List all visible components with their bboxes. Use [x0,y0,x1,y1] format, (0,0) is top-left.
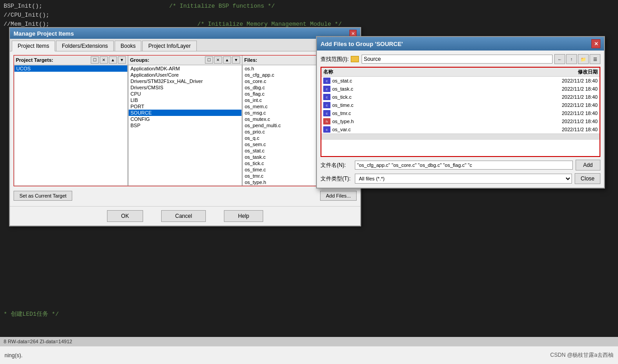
manage-dialog-title: Manage Project Items [14,30,74,37]
horizontal-scrollbar[interactable] [321,134,599,140]
project-targets-column: Project Targets: ☐ ✕ ▲ ▼ UCOS [14,55,128,186]
file-name-label: os_time.c [332,102,534,108]
add-files-close-btn[interactable]: ✕ [591,39,600,48]
add-files-btn[interactable]: Add Files... [320,191,357,201]
files-label: Files: [244,57,257,63]
add-file-item[interactable]: cos_task.c2022/11/2 18:40 [321,85,599,93]
groups-header: Groups: ☐ ✕ ▲ ▼ [128,55,242,65]
nav-back-btn[interactable]: ← [554,54,565,64]
dialog-bottom-row: Set as Current Target Add Files... [14,189,357,203]
location-nav-btns: ← ↑ 📁 ☰ [554,54,600,64]
add-files-list[interactable]: cos_stat.c2022/11/2 18:40cos_task.c2022/… [321,77,599,134]
status-bar: ning(s). CSDN @杨枝甘露a去西柚 [0,346,618,364]
add-file-item[interactable]: hos_type.h2022/11/2 18:40 [321,117,599,125]
location-label: 查找范围(I): [321,55,349,63]
location-input[interactable] [362,55,553,64]
compilation-status: 8 RW-data=264 ZI-data=14912 [4,339,72,344]
filename-row: 文件名(N): Add [321,160,600,170]
nav-up-btn[interactable]: ↑ [566,54,577,64]
group-item[interactable]: BSP [129,122,242,129]
file-date-label: 2022/11/2 18:40 [534,86,598,92]
add-to-group-btn[interactable]: Add [576,160,600,170]
close-dialog-btn[interactable]: Close [575,173,600,184]
nav-new-folder-btn[interactable]: 📁 [578,54,589,64]
add-file-item[interactable]: cos_var.c2022/11/2 18:40 [321,125,599,134]
file-date-label: 2022/11/2 18:40 [534,78,598,83]
targets-new-btn[interactable]: ☐ [91,56,99,64]
file-type-icon: c [323,102,330,108]
manage-dialog-titlebar: Manage Project Items ✕ [10,28,360,39]
file-date-label: 2022/11/2 18:40 [534,119,598,124]
file-col-name-header: 名称 [323,69,534,75]
group-item[interactable]: CPU [129,91,242,97]
add-file-item[interactable]: cos_stat.c2022/11/2 18:40 [321,77,599,85]
groups-delete-btn[interactable]: ✕ [214,56,222,64]
filetype-row: 文件类型(T): All files (*.*)C files (*.c)Hea… [321,173,600,184]
manage-dialog-tabs: Project Items Folders/Extensions Books P… [10,39,360,51]
group-item[interactable]: Drivers/STM32F1xx_HAL_Driver [129,78,242,84]
group-item[interactable]: CONFIG [129,116,242,122]
groups-column: Groups: ☐ ✕ ▲ ▼ Application/MDK-ARMAppli… [128,55,242,186]
project-targets-list[interactable]: UCOS [14,65,128,186]
file-name-label: os_var.c [332,127,534,132]
groups-up-btn[interactable]: ▲ [223,56,231,64]
add-files-titlebar: Add Files to Group 'SOURCE' ✕ [317,37,604,51]
add-files-dialog: Add Files to Group 'SOURCE' ✕ 查找范围(I): ←… [316,36,605,189]
tab-project-info[interactable]: Project Info/Layer [142,41,196,51]
filetype-select[interactable]: All files (*.*)C files (*.c)Header files… [355,174,572,184]
project-targets-label: Project Targets: [16,57,53,63]
help-btn[interactable]: Help [224,210,263,222]
file-list-container: 名称 修改日期 cos_stat.c2022/11/2 18:40cos_tas… [321,67,600,157]
group-item[interactable]: PORT [129,103,242,110]
file-type-icon: c [323,94,330,100]
cancel-btn[interactable]: Cancel [161,210,206,222]
set-current-target-btn[interactable]: Set as Current Target [14,191,72,201]
file-type-icon: h [323,118,330,124]
targets-delete-btn[interactable]: ✕ [100,56,108,64]
group-item[interactable]: Application/MDK-ARM [129,65,242,72]
group-item[interactable]: SOURCE [129,110,242,116]
filetype-label: 文件类型(T): [321,175,352,183]
add-file-item[interactable]: cos_tick.c2022/11/2 18:40 [321,93,599,101]
status-left: ning(s). [5,352,23,359]
project-targets-toolbar: ☐ ✕ ▲ ▼ [91,56,126,64]
groups-list[interactable]: Application/MDK-ARMApplication/User/Core… [128,65,242,186]
groups-new-btn[interactable]: ☐ [205,56,213,64]
tab-books[interactable]: Books [115,41,141,51]
manage-project-dialog: Manage Project Items ✕ Project Items Fol… [9,27,361,226]
groups-toolbar: ☐ ✕ ▲ ▼ [205,56,240,64]
file-date-label: 2022/11/2 18:40 [534,127,598,132]
comment-line: * 创建LED1任务 */ [0,309,62,319]
ok-btn[interactable]: OK [107,210,143,222]
targets-down-btn[interactable]: ▼ [118,56,126,64]
target-item-ucos[interactable]: UCOS [14,65,127,72]
folder-icon [351,56,359,62]
file-name-label: os_tmr.c [332,111,534,116]
file-date-label: 2022/11/2 18:40 [534,102,598,108]
filename-input[interactable] [355,161,573,170]
group-item[interactable]: Application/User/Core [129,72,242,78]
nav-view-btn[interactable]: ☰ [590,54,600,64]
manage-action-btns: OK Cancel Help [10,206,360,226]
file-type-icon: c [323,110,330,116]
targets-up-btn[interactable]: ▲ [109,56,117,64]
file-name-label: os_task.c [332,86,534,92]
project-targets-header: Project Targets: ☐ ✕ ▲ ▼ [14,55,128,65]
file-name-label: os_stat.c [332,78,534,83]
groups-down-btn[interactable]: ▼ [232,56,240,64]
bottom-compilation-bar: 8 RW-data=264 ZI-data=14912 [0,337,618,346]
file-type-icon: c [323,86,330,92]
tab-project-items[interactable]: Project Items [12,41,55,51]
file-list-header: 名称 修改日期 [321,68,599,77]
groups-label: Groups: [130,57,149,63]
file-col-date-header: 修改日期 [534,69,598,75]
add-file-item[interactable]: cos_time.c2022/11/2 18:40 [321,101,599,109]
tab-folders-extensions[interactable]: Folders/Extensions [56,41,114,51]
file-type-icon: c [323,78,330,84]
add-file-item[interactable]: cos_tmr.c2022/11/2 18:40 [321,109,599,117]
status-right: CSDN @杨枝甘露a去西柚 [550,351,613,359]
filename-label: 文件名(N): [321,161,352,169]
group-item[interactable]: Drivers/CMSIS [129,84,242,91]
file-name-label: os_tick.c [332,94,534,100]
group-item[interactable]: LIB [129,97,242,103]
